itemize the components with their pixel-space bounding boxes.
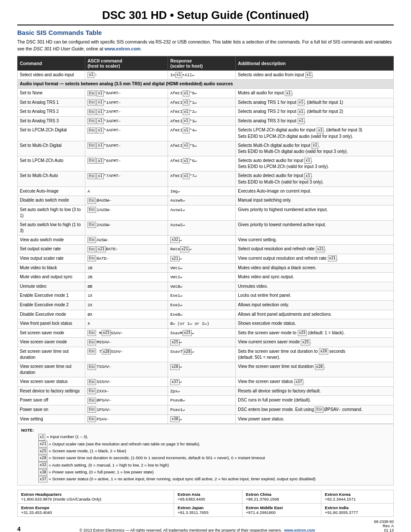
note-var: x37 xyxy=(38,476,47,483)
intro-guide-title: DSC 301 HD User Guide xyxy=(33,46,84,51)
table-row: Enable Executive mode 22XExe2↵Allows inp… xyxy=(18,301,394,310)
response-command: x25↵ xyxy=(168,338,236,347)
office-name: Extron Japan xyxy=(177,505,238,510)
note-var: x21 xyxy=(38,441,47,448)
response-command: AfmtIx1*2↵ xyxy=(168,107,236,117)
response-command: AfmtIx1*6↵ xyxy=(168,156,236,171)
table-row: Set to Analog TRS 3Escx1*3AFMT←AfmtIx1*3… xyxy=(18,116,394,126)
note-desc: = Input number (1 – 3). xyxy=(47,434,88,439)
office-name: Extron India xyxy=(325,505,390,510)
additional-desc: Executes Auto-Image on current input. xyxy=(236,187,394,196)
table-row: View screen saver statusEscSSSAV←x37↵Vie… xyxy=(18,377,394,387)
esc-indicator: Esc xyxy=(87,416,96,422)
response-command: ExeØ↵ xyxy=(168,310,236,319)
additional-desc: View the screen saver status x37. xyxy=(236,377,394,387)
esc-indicator: Esc xyxy=(87,128,96,134)
var-box: x1 xyxy=(298,118,305,124)
section-header-text: Audio input format — selects between ana… xyxy=(18,80,394,89)
command-name: Set screen saver time out duration xyxy=(18,347,85,362)
footer-website[interactable]: www.extron.com xyxy=(284,528,315,532)
main-title: DSC 301 HD • Setup Guide (Continued) xyxy=(17,9,394,25)
response-command: VmtØ↵ xyxy=(168,282,236,291)
var-box: x37 xyxy=(294,379,303,385)
additional-desc: Locks out entire front panel. xyxy=(236,291,394,301)
office-name: Extron Asia xyxy=(177,492,238,497)
response-command: Ausw2↵ xyxy=(168,220,236,235)
table-row: Set screen saver time out durationEsc Tx… xyxy=(18,347,394,362)
esc-indicator: Esc xyxy=(87,109,96,115)
var-box: x1 xyxy=(183,118,190,124)
var-box: x25 xyxy=(298,330,307,336)
note-desc: = Screen saver time out duration in seco… xyxy=(49,455,265,460)
command-name: Enable Executive mode 1 xyxy=(18,291,85,301)
table-row: View output scaler rateEscRATE←x21↵View … xyxy=(18,254,394,264)
command-name: View screen saver status xyxy=(18,377,85,387)
ascii-command: EscØPSAV← xyxy=(85,396,168,405)
response-command: Psav1↵ xyxy=(168,405,236,415)
ascii-command: ØX xyxy=(85,310,168,319)
command-name: View screen saver mode xyxy=(18,338,85,347)
response-command: Ratex21↵ xyxy=(168,245,236,254)
var-box: x1 xyxy=(183,109,190,115)
var-box: x1 xyxy=(97,158,103,164)
command-name: Disable Executive mode xyxy=(18,310,85,319)
ascii-command: 1X xyxy=(85,291,168,301)
command-name: Power save on xyxy=(18,405,85,415)
command-name: Set to LPCM-2Ch Digital xyxy=(18,126,85,141)
response-command: x21↵ xyxy=(168,254,236,264)
copyright-notice: © 2013 Extron Electronics — All rights r… xyxy=(80,528,282,532)
var-box: x28 xyxy=(319,348,328,355)
esc-indicator: Esc xyxy=(87,173,96,179)
additional-desc: Resets all device settings to factory de… xyxy=(236,386,394,396)
command-name: Set output scaler rate xyxy=(18,245,85,254)
response-command: AfmtIx1*1↵ xyxy=(168,98,236,107)
var-box: x25 xyxy=(102,330,111,336)
notes-section: NOTE:x1 = Input number (1 – 3).x21 = Out… xyxy=(17,424,394,485)
col-header-ascii: ASCII command(host to scaler) xyxy=(85,56,168,70)
rev-label: Rev. A xyxy=(383,524,394,528)
command-name: Power save off xyxy=(18,396,85,405)
intro-period: . xyxy=(140,46,142,51)
ascii-command: EscRATE← xyxy=(85,254,168,264)
var-box: x21 xyxy=(316,246,325,252)
additional-desc: Sets the screen saver mode to x25 (defau… xyxy=(236,328,394,338)
table-row: Enable Executive mode 11XExe1↵Locks out … xyxy=(18,291,394,301)
table-row: Disable Executive modeØXExeØ↵Allows all … xyxy=(18,310,394,319)
var-box: x1 xyxy=(87,72,94,78)
response-command: Exe1↵ xyxy=(168,291,236,301)
office-name: Extron Middle East xyxy=(246,505,318,510)
esc-indicator: Esc xyxy=(87,388,96,394)
table-row: View auto switch modeEscAUSW←x32↵View cu… xyxy=(18,235,394,245)
ascii-command: EscZXXX← xyxy=(85,386,168,396)
var-box: x1 xyxy=(97,173,103,179)
page-container: DSC 301 HD • Setup Guide (Continued) Bas… xyxy=(0,0,411,532)
var-box: x21 xyxy=(328,255,337,261)
office-name: Extron Headquarters xyxy=(21,492,170,497)
ascii-command: Escx1*7AFMT← xyxy=(85,171,168,187)
note-item: x32 = Auto switch setting, (0 = manual, … xyxy=(21,462,390,469)
intro-link[interactable]: www.extron.com xyxy=(105,46,141,51)
ascii-command: Esc Tx28SSAV← xyxy=(85,347,168,362)
response-command: Inx1•All↵ xyxy=(168,70,236,80)
command-name: View setting xyxy=(18,414,85,424)
var-box: x28 xyxy=(315,364,324,370)
table-row: Set to LPCM-2Ch DigitalEscx1*4AFMT←AfmtI… xyxy=(18,126,394,141)
response-command: x38↵ xyxy=(168,414,236,424)
footer-office: Extron Japan+81.3.3511.7655 xyxy=(174,504,242,517)
esc-indicator: Esc xyxy=(315,407,324,413)
note-var: x28 xyxy=(38,455,47,462)
footer-office: Extron India+91.80.3055.3777 xyxy=(321,504,394,517)
table-row: View screen saver time out durationEscTS… xyxy=(18,362,394,377)
response-command: PsavØ↵ xyxy=(168,396,236,405)
esc-indicator: Esc xyxy=(87,246,96,252)
command-name: Set screen saver mode xyxy=(18,328,85,338)
command-name: View front panel lock status xyxy=(18,319,85,329)
ascii-command: A xyxy=(85,187,168,196)
office-name: Extron Korea xyxy=(325,492,390,497)
note-desc: = Auto switch setting, (0 = manual, 1 = … xyxy=(49,463,169,467)
var-box: x1 xyxy=(183,173,190,179)
commands-table: Command ASCII command(host to scaler) Re… xyxy=(17,56,394,424)
additional-desc: Unmutes video. xyxy=(236,282,394,291)
command-name: Mute video and output sync xyxy=(18,273,85,282)
command-name: View auto switch mode xyxy=(18,235,85,245)
